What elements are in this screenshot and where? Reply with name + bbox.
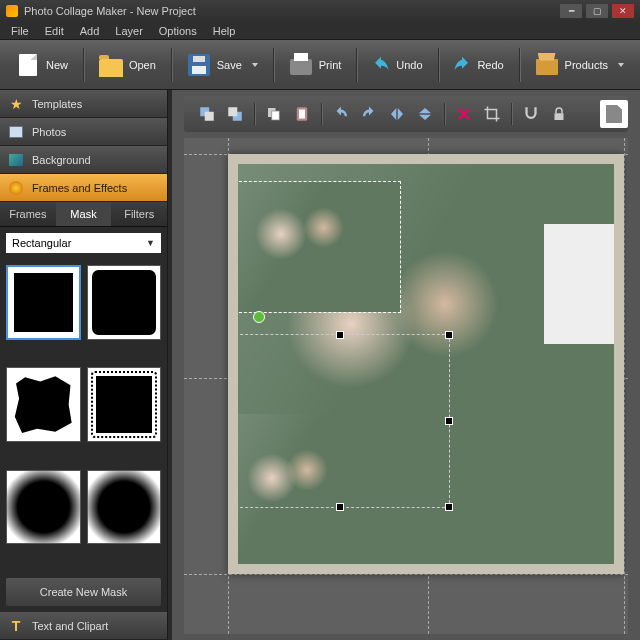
mask-thumb[interactable]: [6, 265, 81, 340]
background-icon: [8, 152, 24, 168]
sidebar: ★ Templates Photos Background Frames and…: [0, 90, 168, 640]
undo-label: Undo: [396, 59, 422, 71]
mask-thumb[interactable]: [6, 470, 81, 545]
separator: [83, 48, 84, 82]
collage-photo[interactable]: [238, 414, 370, 564]
effects-icon: [8, 180, 24, 196]
new-label: New: [46, 59, 68, 71]
redo-label: Redo: [477, 59, 503, 71]
redo-arrow-icon: [453, 56, 471, 74]
minimize-button[interactable]: ━: [560, 4, 582, 18]
menu-add[interactable]: Add: [73, 23, 107, 39]
collage-photo[interactable]: [544, 224, 614, 344]
separator: [254, 103, 255, 125]
new-button[interactable]: New: [8, 49, 76, 81]
main-toolbar: New Open Save Print Undo Redo Products: [0, 40, 640, 90]
tab-mask[interactable]: Mask: [56, 202, 112, 226]
flip-vertical-button[interactable]: [412, 101, 438, 127]
collage-photo[interactable]: [238, 182, 400, 312]
mask-shape-dropdown[interactable]: Rectangular ▼: [6, 233, 161, 253]
separator: [444, 103, 445, 125]
background-label: Background: [32, 154, 91, 166]
page-properties-button[interactable]: [600, 100, 628, 128]
print-label: Print: [319, 59, 342, 71]
collage-background: [238, 164, 614, 564]
copy-button[interactable]: [261, 101, 287, 127]
rotate-left-button[interactable]: [328, 101, 354, 127]
tab-frames[interactable]: Frames: [0, 202, 56, 226]
print-button[interactable]: Print: [281, 49, 350, 81]
window-title: Photo Collage Maker - New Project: [24, 5, 560, 17]
undo-button[interactable]: Undo: [364, 52, 430, 78]
redo-button[interactable]: Redo: [445, 52, 511, 78]
save-button[interactable]: Save: [179, 49, 266, 81]
photos-label: Photos: [32, 126, 66, 138]
svg-rect-8: [555, 113, 564, 120]
canvas-area: [172, 90, 640, 640]
crop-button[interactable]: [479, 101, 505, 127]
mask-thumb[interactable]: [87, 470, 162, 545]
save-label: Save: [217, 59, 242, 71]
menu-help[interactable]: Help: [206, 23, 243, 39]
star-icon: ★: [8, 96, 24, 112]
collage-page[interactable]: [228, 154, 624, 574]
create-new-mask-button[interactable]: Create New Mask: [6, 578, 161, 606]
printer-icon: [289, 53, 313, 77]
paste-button[interactable]: [289, 101, 315, 127]
send-back-button[interactable]: [222, 101, 248, 127]
subtabs: Frames Mask Filters: [0, 202, 167, 227]
separator: [511, 103, 512, 125]
sidebar-item-frames-effects[interactable]: Frames and Effects: [0, 174, 167, 202]
accordion: ★ Templates Photos Background Frames and…: [0, 90, 167, 202]
menu-edit[interactable]: Edit: [38, 23, 71, 39]
menu-layer[interactable]: Layer: [108, 23, 150, 39]
app-icon: [6, 5, 18, 17]
menu-bar: File Edit Add Layer Options Help: [0, 22, 640, 40]
menu-options[interactable]: Options: [152, 23, 204, 39]
bring-front-button[interactable]: [194, 101, 220, 127]
mask-thumb[interactable]: [87, 265, 162, 340]
canvas-viewport[interactable]: [184, 138, 628, 634]
rotate-right-button[interactable]: [356, 101, 382, 127]
lock-button[interactable]: [546, 101, 572, 127]
templates-label: Templates: [32, 98, 82, 110]
separator: [438, 48, 439, 82]
delete-button[interactable]: [451, 101, 477, 127]
photo-icon: [8, 124, 24, 140]
separator: [519, 48, 520, 82]
open-button[interactable]: Open: [91, 49, 164, 81]
main-area: ★ Templates Photos Background Frames and…: [0, 90, 640, 640]
sidebar-item-background[interactable]: Background: [0, 146, 167, 174]
svg-rect-5: [272, 111, 280, 120]
maximize-button[interactable]: ▢: [586, 4, 608, 18]
separator: [321, 103, 322, 125]
menu-file[interactable]: File: [4, 23, 36, 39]
mask-thumb[interactable]: [87, 367, 162, 442]
new-file-icon: [16, 53, 40, 77]
flip-horizontal-button[interactable]: [384, 101, 410, 127]
snap-button[interactable]: [518, 101, 544, 127]
chevron-down-icon: [618, 63, 624, 67]
text-clipart-label: Text and Clipart: [32, 620, 108, 632]
open-label: Open: [129, 59, 156, 71]
separator: [171, 48, 172, 82]
svg-rect-3: [228, 107, 237, 116]
canvas-toolbar: [184, 96, 628, 132]
svg-rect-7: [299, 110, 305, 119]
floppy-disk-icon: [187, 53, 211, 77]
products-label: Products: [565, 59, 608, 71]
undo-arrow-icon: [372, 56, 390, 74]
sidebar-item-templates[interactable]: ★ Templates: [0, 90, 167, 118]
tab-filters[interactable]: Filters: [111, 202, 167, 226]
chevron-down-icon: [252, 63, 258, 67]
frames-effects-label: Frames and Effects: [32, 182, 127, 194]
sidebar-item-text-clipart[interactable]: T Text and Clipart: [0, 612, 167, 640]
close-button[interactable]: ✕: [612, 4, 634, 18]
mask-thumb[interactable]: [6, 367, 81, 442]
svg-rect-1: [205, 112, 214, 121]
title-bar: Photo Collage Maker - New Project ━ ▢ ✕: [0, 0, 640, 22]
guide-line: [624, 138, 625, 634]
frames-effects-panel: Frames Mask Filters Rectangular ▼ Create…: [0, 202, 167, 612]
sidebar-item-photos[interactable]: Photos: [0, 118, 167, 146]
products-button[interactable]: Products: [527, 49, 632, 81]
